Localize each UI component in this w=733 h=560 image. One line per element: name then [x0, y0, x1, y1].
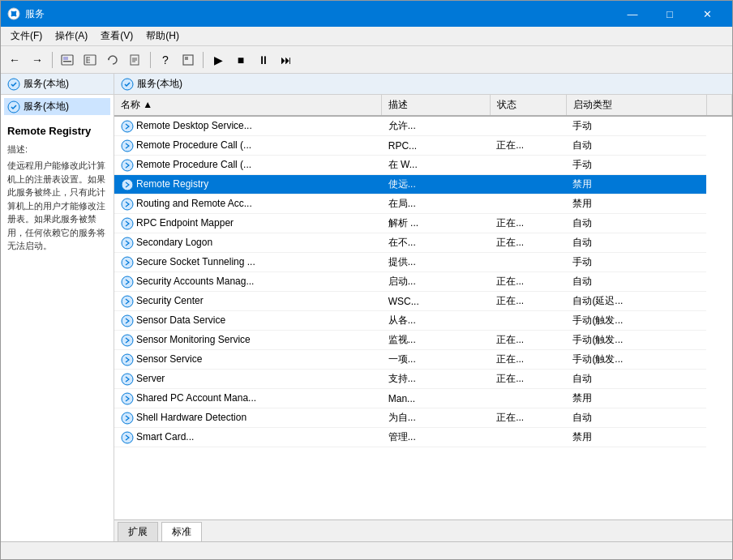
service-icon: [121, 217, 136, 229]
service-icon: [121, 159, 136, 170]
service-status: 正在...: [490, 214, 566, 233]
service-desc: RPC...: [382, 136, 490, 156]
svg-rect-16: [185, 57, 188, 60]
service-startup: 禁用: [566, 175, 706, 195]
svg-point-36: [122, 432, 133, 443]
table-row[interactable]: Secure Socket Tunneling ...提供...手动: [114, 253, 732, 272]
right-panel-header: 服务(本地): [114, 74, 732, 95]
service-status: [490, 253, 566, 272]
svg-rect-4: [63, 61, 71, 62]
maximize-button[interactable]: □: [651, 1, 688, 27]
menu-item-文件(F)[interactable]: 文件(F): [4, 28, 49, 45]
tree-item-label: 服务(本地): [24, 100, 69, 113]
service-startup: 手动: [566, 156, 706, 175]
tab-标准[interactable]: 标准: [161, 522, 202, 541]
svg-point-34: [122, 393, 133, 404]
right-header-text: 服务(本地): [137, 77, 182, 91]
svg-point-23: [122, 179, 133, 190]
table-row[interactable]: Smart Card...管理...禁用: [114, 428, 732, 447]
service-name: Shared PC Account Mana...: [114, 389, 382, 408]
table-row[interactable]: Security Accounts Manag...启动...正在...自动: [114, 272, 732, 292]
col-header-status[interactable]: 状态: [490, 95, 566, 116]
service-name: Security Center: [114, 292, 382, 311]
service-desc: 监视...: [382, 331, 490, 350]
table-row[interactable]: Shell Hardware Detection为自...正在...自动: [114, 408, 732, 428]
menu-item-查看(V)[interactable]: 查看(V): [94, 28, 139, 45]
tree-item-icon: [7, 100, 20, 113]
tab-bar: 扩展标准: [114, 519, 732, 541]
service-startup: 禁用: [566, 195, 706, 214]
col-header-extra[interactable]: [706, 95, 731, 116]
svg-point-1: [11, 11, 16, 16]
service-desc: WSC...: [382, 292, 490, 311]
table-row[interactable]: Remote Procedure Call (... RPC...正在...自动: [114, 136, 732, 156]
service-startup: 手动(触发...: [566, 311, 706, 331]
refresh-button[interactable]: [102, 49, 123, 71]
svg-point-32: [122, 354, 133, 365]
back-button[interactable]: ←: [4, 49, 25, 71]
service-name: Server: [114, 370, 382, 389]
close-button[interactable]: ✕: [688, 1, 726, 27]
help-button[interactable]: ?: [155, 49, 176, 71]
service-icon: [121, 256, 136, 267]
service-name: Sensor Service: [114, 350, 382, 370]
service-status: 正在...: [490, 136, 566, 156]
service-startup: 自动: [566, 214, 706, 233]
svg-point-20: [122, 121, 133, 132]
table-row[interactable]: RPC Endpoint Mapper解析 ...正在...自动: [114, 214, 732, 233]
tree-panel: 服务(本地): [1, 95, 114, 118]
service-startup: 自动: [566, 233, 706, 253]
table-row[interactable]: Sensor Service一项...正在...手动(触发...: [114, 350, 732, 370]
console-button[interactable]: [57, 49, 78, 71]
service-desc: 支持...: [382, 370, 490, 389]
table-row[interactable]: Routing and Remote Acc...在局...禁用: [114, 195, 732, 214]
table-row[interactable]: Shared PC Account Mana...Man...禁用: [114, 389, 732, 408]
right-panel: 服务(本地) 名称 ▲ 描述 状态 启动类型: [114, 74, 732, 541]
table-row[interactable]: Remote Registry使远...禁用: [114, 175, 732, 195]
pause-button[interactable]: ⏸: [253, 49, 274, 71]
table-row[interactable]: Sensor Data Service从各...手动(触发...: [114, 311, 732, 331]
minimize-button[interactable]: —: [614, 1, 651, 27]
menu-item-帮助(H)[interactable]: 帮助(H): [139, 28, 186, 45]
service-status: 正在...: [490, 272, 566, 292]
table-row[interactable]: Remote Desktop Service...允许...手动: [114, 116, 732, 136]
svg-point-35: [122, 413, 133, 424]
service-desc: 在不...: [382, 233, 490, 253]
table-row[interactable]: Server支持...正在...自动: [114, 370, 732, 389]
table-header-row: 名称 ▲ 描述 状态 启动类型: [114, 95, 732, 116]
show-window-button[interactable]: [178, 49, 199, 71]
svg-point-33: [122, 374, 133, 385]
table-row[interactable]: Security CenterWSC...正在...自动(延迟...: [114, 292, 732, 311]
forward-button[interactable]: →: [27, 49, 48, 71]
play-button[interactable]: ▶: [208, 49, 229, 71]
tab-扩展[interactable]: 扩展: [118, 522, 158, 541]
tree-button[interactable]: [79, 49, 101, 71]
service-name: Shell Hardware Detection: [114, 408, 382, 428]
col-header-name[interactable]: 名称 ▲: [114, 95, 382, 116]
menu-item-操作(A)[interactable]: 操作(A): [49, 28, 94, 45]
services-header-icon: [7, 78, 20, 91]
service-desc: 在局...: [382, 195, 490, 214]
restart-button[interactable]: ⏭: [276, 49, 297, 71]
service-icon: [121, 334, 136, 345]
svg-point-26: [122, 237, 133, 249]
description-text: 使远程用户能修改此计算机上的注册表设置。如果此服务被终止，只有此计算机上的用户才…: [7, 159, 107, 253]
service-icon: [121, 139, 136, 151]
tree-item-services[interactable]: 服务(本地): [4, 98, 110, 115]
service-name: Security Accounts Manag...: [114, 272, 382, 292]
service-name: Secondary Logon: [114, 233, 382, 253]
table-row[interactable]: Sensor Monitoring Service监视...正在...手动(触发…: [114, 331, 732, 350]
table-row[interactable]: Remote Procedure Call (... 在 W...手动: [114, 156, 732, 175]
service-status: [490, 175, 566, 195]
svg-point-28: [122, 276, 133, 288]
table-row[interactable]: Secondary Logon在不...正在...自动: [114, 233, 732, 253]
export-button[interactable]: [125, 49, 146, 71]
col-header-startup[interactable]: 启动类型: [566, 95, 706, 116]
toolbar-separator-2: [150, 52, 151, 68]
stop-button[interactable]: ■: [230, 49, 251, 71]
service-name: Secure Socket Tunneling ...: [114, 253, 382, 272]
service-icon: [121, 120, 136, 131]
service-name: Sensor Data Service: [114, 311, 382, 331]
description-label: 描述:: [7, 143, 107, 156]
col-header-desc[interactable]: 描述: [382, 95, 490, 116]
